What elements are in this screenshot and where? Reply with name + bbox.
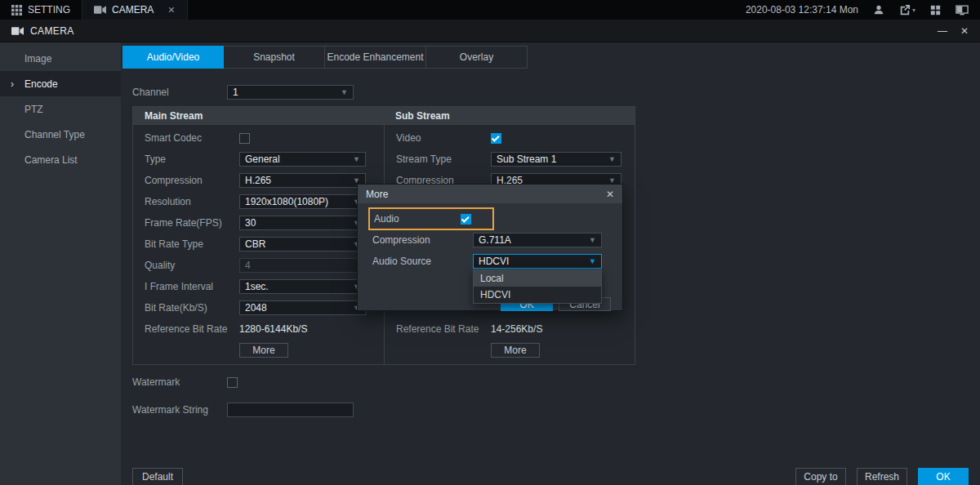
resolution-value: 1920x1080(1080P)	[245, 196, 353, 207]
dialog-audio-source-row: Audio Source HDCVI ▼	[372, 254, 602, 269]
top-bar: SETTING CAMERA ✕ 2020-08-03 12:37:14 Mon…	[0, 0, 980, 20]
resolution-select[interactable]: 1920x1080(1080P) ▼	[239, 194, 366, 209]
top-tab-camera-label: CAMERA	[112, 4, 154, 16]
smart-codec-label: Smart Codec	[145, 132, 239, 144]
main-stream-header: Main Stream	[133, 107, 384, 124]
close-icon[interactable]: ✕	[960, 25, 969, 37]
sidebar-item-label: Image	[24, 53, 51, 65]
reference-bit-rate-label: Reference Bit Rate	[145, 323, 239, 335]
channel-row: Channel 1 ▼	[132, 85, 980, 100]
frame-rate-row: Frame Rate(FPS) 30 ▼	[133, 212, 384, 234]
audio-label: Audio	[374, 213, 461, 225]
more-dialog: More ✕ Audio Compression G.711A ▼ Audio …	[357, 184, 623, 311]
dropdown-option-hdcvi[interactable]: HDCVI	[474, 287, 601, 303]
type-row: Type General ▼	[133, 149, 384, 170]
quality-row: Quality 4	[133, 255, 384, 276]
watermark-string-label: Watermark String	[132, 404, 227, 416]
apps-grid-icon[interactable]	[930, 5, 941, 16]
watermark-string-input[interactable]	[227, 403, 354, 417]
copy-to-button[interactable]: Copy to	[795, 468, 846, 485]
quality-value: 4	[245, 260, 251, 271]
grid-icon	[11, 5, 22, 16]
video-label: Video	[396, 132, 491, 144]
display-icon[interactable]	[956, 5, 969, 16]
sidebar-item-encode[interactable]: › Encode	[0, 71, 121, 96]
type-select[interactable]: General ▼	[239, 152, 366, 167]
compression-row: Compression H.265 ▼	[133, 170, 384, 191]
dialog-compression-select[interactable]: G.711A ▼	[473, 233, 602, 247]
quality-field: 4	[239, 258, 366, 273]
chevron-down-icon: ▼	[589, 236, 596, 244]
sidebar: Image › Encode PTZ Channel Type Camera L…	[0, 42, 121, 485]
bit-rate-select[interactable]: 2048 ▼	[239, 300, 366, 315]
iframe-interval-row: I Frame Interval 1sec. ▼	[133, 276, 384, 297]
audio-checkbox[interactable]	[461, 214, 471, 225]
audio-source-dropdown-list: Local HDCVI	[473, 269, 602, 304]
sub-stream-more-button[interactable]: More	[491, 343, 540, 358]
datetime: 2020-08-03 12:37:14 Mon	[746, 4, 858, 16]
bit-rate-type-row: Bit Rate Type CBR ▼	[133, 234, 384, 255]
quality-label: Quality	[145, 260, 239, 271]
channel-label: Channel	[132, 87, 227, 98]
watermark-row: Watermark	[132, 372, 980, 393]
sidebar-item-label: PTZ	[24, 104, 43, 115]
sub-more-row: More	[385, 340, 635, 361]
sidebar-item-label: Encode	[24, 78, 58, 90]
frame-rate-value: 30	[245, 217, 353, 229]
sidebar-item-channel-type[interactable]: Channel Type	[0, 122, 121, 147]
sidebar-item-ptz[interactable]: PTZ	[0, 96, 121, 122]
video-checkbox[interactable]	[491, 133, 501, 144]
tab-snapshot[interactable]: Snapshot	[224, 46, 325, 69]
stream-type-select[interactable]: Sub Stream 1 ▼	[491, 152, 621, 167]
export-icon[interactable]: ▾	[899, 4, 915, 16]
user-icon[interactable]	[873, 4, 884, 16]
stream-type-value: Sub Stream 1	[497, 154, 608, 165]
camera-icon	[11, 27, 24, 35]
audio-source-value: HDCVI	[479, 256, 589, 267]
smart-codec-checkbox[interactable]	[239, 133, 250, 144]
compression-select[interactable]: H.265 ▼	[239, 173, 366, 188]
dialog-compression-row: Compression G.711A ▼	[372, 233, 602, 247]
chevron-down-icon: ▼	[608, 155, 616, 163]
chevron-down-icon: ▾	[912, 7, 915, 14]
top-tab-camera[interactable]: CAMERA ✕	[82, 0, 188, 20]
dropdown-option-local[interactable]: Local	[474, 270, 601, 287]
sub-reference-bit-rate-label: Reference Bit Rate	[396, 323, 491, 335]
iframe-interval-label: I Frame Interval	[145, 281, 239, 292]
sub-stream-header: Sub Stream	[384, 107, 635, 124]
tab-encode-enhancement[interactable]: Encode Enhancement	[325, 46, 426, 69]
default-button[interactable]: Default	[132, 468, 183, 485]
refresh-button[interactable]: Refresh	[857, 468, 907, 485]
sub-reference-bit-rate-value: 14-256Kb/S	[491, 323, 542, 335]
iframe-interval-select[interactable]: 1sec. ▼	[239, 279, 366, 294]
bit-rate-label: Bit Rate(Kb/S)	[145, 302, 239, 314]
sidebar-item-camera-list[interactable]: Camera List	[0, 147, 121, 172]
stream-type-label: Stream Type	[396, 154, 491, 165]
watermark-string-row: Watermark String	[132, 399, 980, 420]
top-tab-setting[interactable]: SETTING	[0, 0, 82, 20]
sidebar-item-label: Camera List	[24, 154, 78, 166]
audio-source-select[interactable]: HDCVI ▼	[473, 254, 602, 269]
audio-source-label: Audio Source	[372, 256, 473, 267]
main-stream-more-button[interactable]: More	[239, 343, 288, 358]
main-stream-column: Smart Codec Type General ▼ Compression	[133, 125, 384, 364]
minimize-icon[interactable]: —	[938, 25, 947, 37]
sidebar-item-image[interactable]: Image	[0, 46, 121, 71]
close-icon[interactable]: ✕	[606, 189, 614, 200]
channel-value: 1	[233, 87, 341, 98]
stream-type-row: Stream Type Sub Stream 1 ▼	[385, 149, 635, 170]
bit-rate-type-select[interactable]: CBR ▼	[239, 237, 366, 251]
bit-rate-row: Bit Rate(Kb/S) 2048 ▼	[133, 297, 384, 318]
channel-select[interactable]: 1 ▼	[227, 85, 354, 100]
tab-audio-video[interactable]: Audio/Video	[122, 46, 224, 69]
watermark-label: Watermark	[132, 376, 227, 388]
frame-rate-select[interactable]: 30 ▼	[239, 216, 366, 230]
sub-reference-bit-rate-row: Reference Bit Rate 14-256Kb/S	[385, 318, 635, 340]
bit-rate-type-label: Bit Rate Type	[145, 238, 239, 250]
tab-overlay[interactable]: Overlay	[426, 46, 528, 69]
watermark-checkbox[interactable]	[227, 377, 238, 388]
reference-bit-rate-row: Reference Bit Rate 1280-6144Kb/S	[133, 318, 384, 340]
top-tab-setting-label: SETTING	[28, 4, 70, 16]
ok-button[interactable]: OK	[918, 468, 969, 485]
close-icon[interactable]: ✕	[167, 5, 175, 16]
